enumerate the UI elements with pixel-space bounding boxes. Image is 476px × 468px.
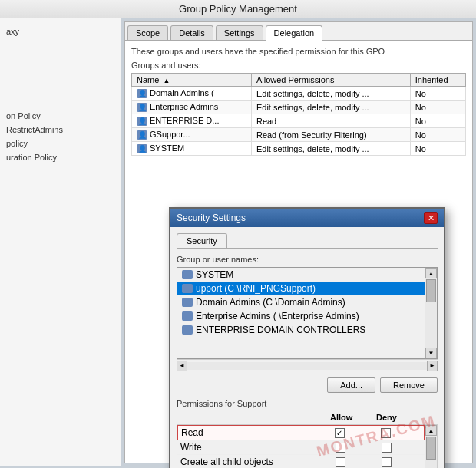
perm-name: Read [181, 427, 316, 438]
list-item[interactable]: upport (C \RNI_PNGSupport) [177, 282, 425, 295]
perm-col-deny: Deny [376, 413, 422, 422]
scroll-up-arrow[interactable]: ▲ [425, 268, 437, 278]
security-dialog: Security Settings ✕ Security Group or us… [169, 207, 445, 468]
deny-checkbox[interactable] [382, 457, 392, 467]
user-icon: 👤 [137, 144, 147, 153]
sidebar: axy on Policy RestrictAdmins policy urat… [0, 18, 121, 466]
tab-settings[interactable]: Settings [216, 25, 263, 40]
perm-row: Create all child objects [177, 455, 425, 468]
hscroll-right[interactable]: ► [427, 361, 438, 371]
perm-row: Read [177, 425, 425, 440]
permissions-label: Permissions for Support [177, 399, 438, 408]
perm-scroll-thumb[interactable] [426, 437, 436, 460]
listbox-user-icon [182, 311, 193, 321]
cell-name: 👤SYSTEM [132, 142, 252, 156]
hscroll-track [187, 362, 427, 370]
title-bar: Group Policy Management [0, 0, 476, 18]
list-item[interactable]: Enterprise Admins ( \Enterprise Admins) [177, 309, 425, 323]
table-row[interactable]: 👤ENTERPRISE D... Read No [132, 114, 466, 128]
dialog-tab-security[interactable]: Security [177, 233, 227, 248]
dialog-title-bar: Security Settings ✕ [170, 209, 444, 227]
cell-allowed: Read (from Security Filtering) [251, 128, 410, 142]
listbox-user-icon [182, 284, 193, 293]
add-button[interactable]: Add... [327, 377, 375, 393]
perm-deny-cell[interactable] [363, 443, 409, 453]
cell-name: 👤Domain Admins ( [132, 87, 252, 101]
sidebar-item-4[interactable]: RestrictAdmins [0, 123, 121, 137]
scroll-down-arrow[interactable]: ▼ [425, 348, 437, 358]
dialog-close-button[interactable]: ✕ [424, 212, 438, 224]
col-name[interactable]: Name ▲ [132, 74, 252, 87]
perm-col-allow: Allow [330, 413, 376, 422]
groups-label: Groups and users: [131, 61, 466, 70]
table-row[interactable]: 👤Domain Admins ( Edit settings, delete, … [132, 87, 466, 101]
dialog-buttons: Add... Remove [177, 377, 438, 393]
table-row[interactable]: 👤Enterprise Admins Edit settings, delete… [132, 101, 466, 114]
sidebar-item-6[interactable]: uration Policy [0, 150, 121, 164]
dialog-title: Security Settings [177, 213, 246, 223]
cell-inherited: No [410, 87, 465, 101]
list-item[interactable]: SYSTEM [177, 268, 425, 282]
users-listbox-container: SYSTEMupport (C \RNI_PNGSupport)Domain A… [177, 267, 438, 359]
window-title: Group Policy Management [179, 3, 297, 15]
sidebar-item-5[interactable]: policy [0, 137, 121, 150]
permissions-header: Allow Deny [177, 411, 438, 424]
allow-checkbox[interactable] [336, 457, 345, 467]
tab-details[interactable]: Details [170, 25, 213, 40]
user-icon: 👤 [137, 103, 147, 112]
cell-name: 👤GSuppor... [132, 128, 252, 142]
users-listbox[interactable]: SYSTEMupport (C \RNI_PNGSupport)Domain A… [177, 268, 425, 358]
sort-arrow: ▲ [163, 77, 170, 84]
perm-allow-cell[interactable] [317, 457, 363, 467]
remove-button[interactable]: Remove [380, 377, 438, 393]
perm-name: Write [180, 442, 317, 453]
perm-scroll-track [425, 436, 437, 468]
listbox-user-icon [182, 298, 193, 307]
cell-name: 👤Enterprise Admins [132, 101, 252, 114]
list-item[interactable]: Domain Admins (C \Domain Admins) [177, 295, 425, 309]
perm-scrollbar[interactable]: ▲ ▼ [425, 425, 437, 468]
allow-checkbox[interactable] [336, 443, 345, 453]
perm-col-name [180, 413, 330, 422]
listbox-user-icon [182, 270, 193, 279]
dialog-tab-bar: Security [177, 233, 438, 249]
listbox-user-icon [182, 325, 193, 335]
tab-scope[interactable]: Scope [127, 25, 168, 40]
list-item[interactable]: ENTERPRISE DOMAIN CONTROLLERS [177, 323, 425, 337]
deny-checkbox[interactable] [382, 443, 392, 453]
sidebar-item-3[interactable]: on Policy [0, 109, 121, 123]
sidebar-item-0[interactable]: axy [0, 25, 121, 38]
perm-name: Create all child objects [180, 456, 317, 467]
permissions-rows: Read Write Create all child objects [177, 425, 425, 468]
cell-allowed: Edit settings, delete, modify ... [251, 101, 410, 114]
tabs-bar: Scope Details Settings Delegation [125, 22, 472, 41]
cell-name: 👤ENTERPRISE D... [132, 114, 252, 128]
cell-inherited: No [410, 101, 465, 114]
col-allowed: Allowed Permissions [251, 74, 410, 87]
hscroll-left[interactable]: ◄ [177, 361, 187, 371]
perm-allow-cell[interactable] [317, 443, 363, 453]
allow-checkbox[interactable] [335, 428, 345, 438]
listbox-scrollbar[interactable]: ▲ ▼ [425, 268, 437, 358]
perm-row: Write [177, 440, 425, 455]
scroll-thumb[interactable] [426, 279, 436, 302]
horizontal-scrollbar: ◄ ► [177, 359, 438, 371]
perm-deny-cell[interactable] [363, 457, 409, 467]
deny-checkbox[interactable] [381, 428, 391, 438]
table-row[interactable]: 👤SYSTEM Edit settings, delete, modify ..… [132, 142, 466, 156]
table-row[interactable]: 👤GSuppor... Read (from Security Filterin… [132, 128, 466, 142]
cell-allowed: Read [251, 114, 410, 128]
scroll-track [425, 278, 437, 348]
tab-delegation[interactable]: Delegation [266, 25, 323, 41]
cell-allowed: Edit settings, delete, modify ... [251, 87, 410, 101]
perm-scroll-up[interactable]: ▲ [425, 425, 437, 436]
cell-inherited: No [410, 114, 465, 128]
perm-deny-cell[interactable] [362, 428, 408, 438]
col-inherited: Inherited [410, 74, 465, 87]
cell-inherited: No [410, 128, 465, 142]
cell-allowed: Edit settings, delete, modify ... [251, 142, 410, 156]
description-text: These groups and users have the specifie… [131, 47, 466, 56]
perm-col-scroll [422, 413, 435, 422]
dialog-body: Security Group or user names: SYSTEMuppo… [170, 227, 444, 468]
perm-allow-cell[interactable] [316, 428, 362, 438]
